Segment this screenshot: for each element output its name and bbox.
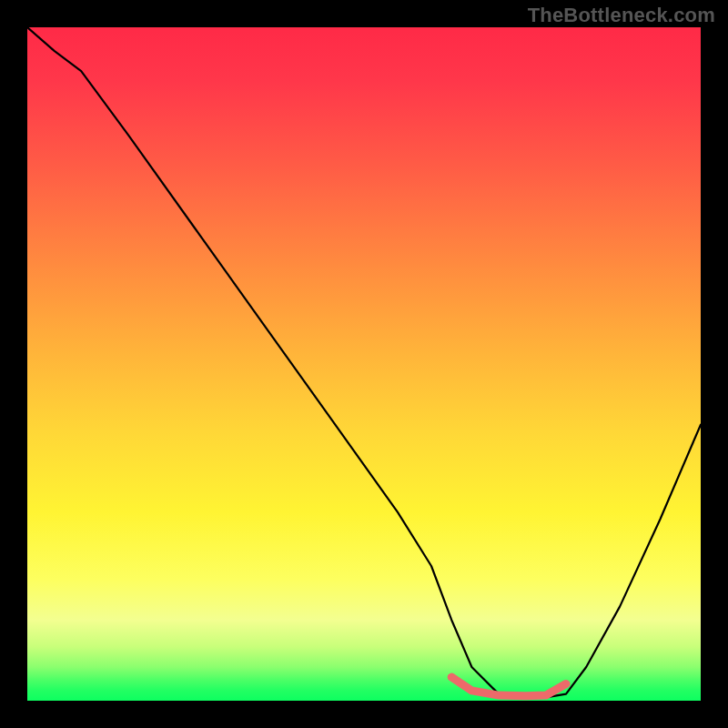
watermark-text: TheBottleneck.com bbox=[528, 4, 715, 27]
plot-area bbox=[27, 27, 701, 701]
optimal-flat-segment bbox=[451, 677, 566, 696]
bottleneck-curve bbox=[27, 27, 701, 697]
chart-frame: TheBottleneck.com bbox=[0, 0, 728, 728]
curve-layer bbox=[27, 27, 701, 701]
